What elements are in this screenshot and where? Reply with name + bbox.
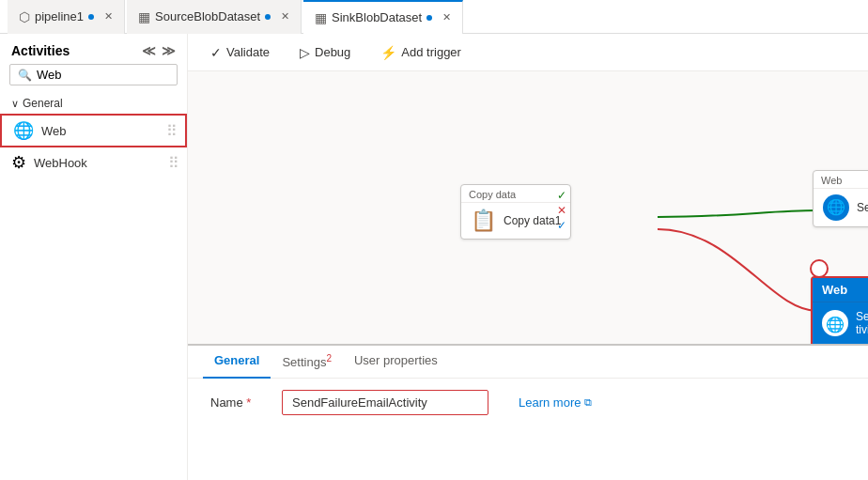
tab-user-properties-label: User properties [354,353,438,367]
add-trigger-button[interactable]: ⚡ Add trigger [373,41,469,64]
main-layout: Activities ≪ ≫ 🔍 General 🌐 Web ⠿ ⚙ WebHo… [0,34,868,480]
sidebar-header: Activities ≪ ≫ [0,34,187,64]
canvas[interactable]: Copy data 📋 Copy data1 ✓ ✕ ✓ Web 🌐 [188,71,868,344]
bottom-tabs: General Settings2 User properties [188,346,868,379]
tab-bar: ⬡ pipeline1 ✕ ▦ SourceBlobDataset ✕ ▦ Si… [0,0,868,34]
debug-label: Debug [315,45,350,59]
tab-pipeline1-close[interactable]: ✕ [104,10,113,23]
tab-settings[interactable]: Settings2 [271,346,343,379]
learn-more-link[interactable]: Learn more ⧉ [519,395,592,410]
web-success-node[interactable]: Web 🌐 SendSuccessEmailActivity ✓ ✕ ✓ [813,170,868,227]
debug-button[interactable]: ▷ Debug [292,41,358,64]
search-box: 🔍 [9,64,178,85]
tab-sink-dot [426,15,432,21]
table-icon-sink: ▦ [315,10,327,25]
status-fail-icon[interactable]: ✕ [557,204,566,217]
sidebar: Activities ≪ ≫ 🔍 General 🌐 Web ⠿ ⚙ WebHo… [0,34,188,480]
name-required-marker: * [246,395,251,410]
web-failure-header: Web [813,278,868,302]
validate-icon: ✓ [210,45,222,60]
tab-source-dot [265,14,271,20]
name-input[interactable] [282,390,488,415]
copy-data-icon: 📋 [471,209,496,233]
trigger-label: Add trigger [401,45,461,59]
sidebar-collapse-icons[interactable]: ≪ ≫ [142,43,176,58]
search-icon: 🔍 [18,69,32,82]
copy-data-node[interactable]: Copy data 📋 Copy data1 ✓ ✕ ✓ [460,184,571,240]
tab-pipeline1-dot [88,14,94,20]
web-failure-node[interactable]: Web 🌐 SendFailureEmailActivity ✓ ✕ ✓ 🗑 {… [811,276,868,344]
web-globe-icon: 🌐 [13,120,34,141]
name-field-row: Name * Learn more ⧉ [210,390,845,415]
table-icon-source: ▦ [138,9,150,24]
section-general-label: General [23,97,63,110]
web-failure-body: 🌐 SendFailureEmailActivity [813,302,868,344]
status-complete-icon[interactable]: ✓ [557,219,566,232]
web-success-globe-icon: 🌐 [823,194,849,221]
tab-sink[interactable]: ▦ SinkBlobDataset ✕ [303,0,463,34]
trigger-icon: ⚡ [380,45,396,60]
name-input-wrapper [282,390,488,415]
chevron-left-icon[interactable]: ≪ [142,43,156,58]
settings-badge: 2 [326,353,332,364]
web-failure-label: SendFailureEmailActivity [856,310,868,336]
web-failure-globe-icon: 🌐 [822,310,848,336]
tab-source-label: SourceBlobDataset [155,9,260,23]
tab-pipeline1[interactable]: ⬡ pipeline1 ✕ [8,0,125,34]
content-area: ✓ Validate ▷ Debug ⚡ Add trigger [188,34,868,480]
validate-button[interactable]: ✓ Validate [203,41,277,64]
drag-handle-web[interactable]: ⠿ [166,122,178,140]
status-success-icon[interactable]: ✓ [557,189,566,202]
tab-pipeline1-label: pipeline1 [35,9,84,23]
activity-item-webhook[interactable]: ⚙ WebHook ⠿ [0,147,187,178]
bottom-content: Name * Learn more ⧉ [188,379,868,426]
circle-indicator [810,259,829,278]
toolbar: ✓ Validate ▷ Debug ⚡ Add trigger [188,34,868,71]
web-success-label: SendSuccessEmailActivity [857,201,868,214]
tab-general-label: General [214,353,259,367]
tab-source-close[interactable]: ✕ [281,10,289,23]
section-general[interactable]: General [0,93,187,114]
tab-general[interactable]: General [203,346,271,379]
copy-data-status: ✓ ✕ ✓ [553,185,570,236]
sidebar-title: Activities [11,43,70,58]
activity-item-web[interactable]: 🌐 Web ⠿ [0,114,187,147]
search-input[interactable] [37,68,169,82]
tab-settings-label: Settings [282,355,326,369]
webhook-icon: ⚙ [11,152,26,173]
debug-icon: ▷ [300,45,310,60]
tab-source[interactable]: ▦ SourceBlobDataset ✕ [127,0,302,34]
validate-label: Validate [226,45,270,59]
bottom-panel: General Settings2 User properties Name * [188,344,868,480]
drag-handle-webhook[interactable]: ⠿ [168,154,179,172]
chevron-right-icon[interactable]: ≫ [162,43,176,58]
web-success-body: 🌐 SendSuccessEmailActivity [814,189,868,226]
copy-data-label: Copy data1 [504,214,561,227]
learn-more-label: Learn more [519,395,581,410]
external-link-icon: ⧉ [584,396,592,409]
web-success-header: Web [814,171,868,189]
tab-sink-label: SinkBlobDataset [332,10,422,24]
tab-sink-close[interactable]: ✕ [442,11,451,23]
activity-webhook-label: WebHook [34,156,87,170]
name-field-label: Name * [210,395,267,410]
pipeline-icon: ⬡ [19,9,30,24]
activity-web-label: Web [41,124,67,138]
tab-user-properties[interactable]: User properties [343,346,449,379]
